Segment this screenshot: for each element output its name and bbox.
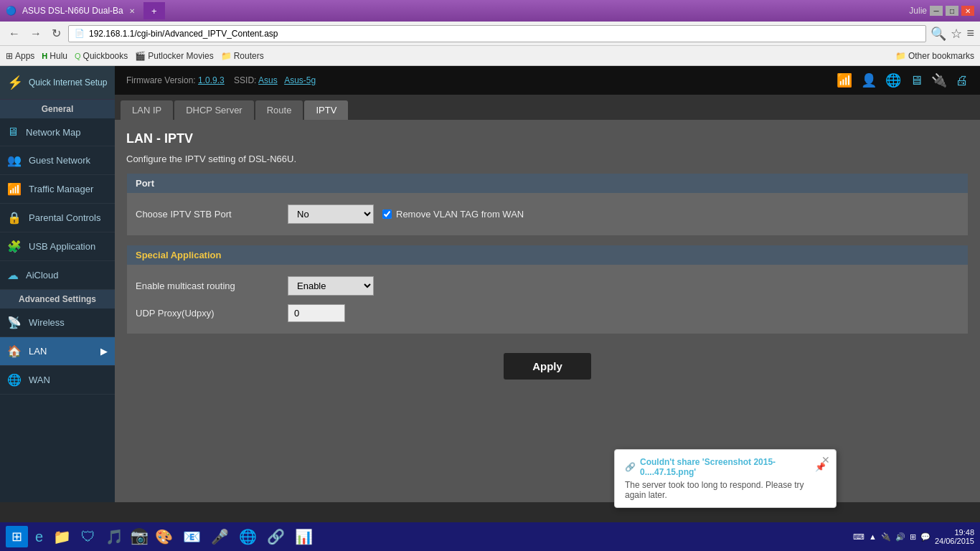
bookmark-star-icon[interactable]: ☆ <box>951 26 962 42</box>
ssid2-link[interactable]: Asus-5g <box>284 75 316 85</box>
apps-label: Apps <box>15 51 34 61</box>
sidebar-item-usb-application[interactable]: 🧩 USB Application <box>0 232 115 261</box>
taskbar-network-icon[interactable]: 🔗 <box>264 527 288 547</box>
address-lock-icon: 📄 <box>75 29 85 38</box>
maximize-btn[interactable]: □ <box>946 6 958 16</box>
window-title-suffix: ✕ <box>129 7 135 15</box>
sidebar-item-aicloud[interactable]: ☁ AiCloud <box>0 261 115 290</box>
search-icon[interactable]: 🔍 <box>930 26 946 42</box>
routers-label: Routers <box>234 51 264 61</box>
tab-iptv[interactable]: IPTV <box>304 100 348 120</box>
bookmark-putlocker[interactable]: 🎬 Putlocker Movies <box>135 51 213 61</box>
parental-controls-icon: 🔒 <box>7 211 22 225</box>
user-label: Julie <box>909 6 927 16</box>
taskbar-defender-icon[interactable]: 🛡 <box>78 527 98 547</box>
taskbar-camera-icon[interactable]: 📷 <box>131 528 148 545</box>
taskbar-left: ⊞ e 📁 🛡 🎵 📷 🎨 📧 🎤 🌐 🔗 📊 <box>6 526 316 547</box>
minimize-btn[interactable]: ─ <box>930 6 943 16</box>
special-section-header: Special Application <box>127 245 968 265</box>
multicast-select[interactable]: Enable Disable <box>288 276 374 296</box>
taskbar-volume-icon[interactable]: 🔊 <box>895 532 905 542</box>
routers-folder-icon: 📁 <box>221 51 232 61</box>
taskbar-mic-icon[interactable]: 🎤 <box>208 527 232 547</box>
lan-arrow-icon: ▶ <box>100 346 108 357</box>
hulu-icon: H <box>42 52 47 60</box>
taskbar-chrome-icon[interactable]: 🌐 <box>236 527 260 547</box>
taskbar-right: ⌨ ▲ 🔌 🔊 ⊞ 💬 19:48 24/06/2015 <box>853 528 974 545</box>
quick-setup-icon: ⚡ <box>7 75 23 90</box>
firmware-version-link[interactable]: 1.0.9.3 <box>198 75 225 85</box>
network-map-icon: 🖥 <box>7 126 19 138</box>
lan-icon: 🏠 <box>7 344 22 358</box>
quickbooks-icon: Q <box>75 52 81 60</box>
putlocker-icon: 🎬 <box>135 51 146 61</box>
vlan-checkbox-label[interactable]: Remove VLAN TAG from WAN <box>382 209 524 220</box>
tab-lan-ip[interactable]: LAN IP <box>121 100 173 120</box>
apply-button[interactable]: Apply <box>504 353 591 380</box>
sidebar-item-parental-controls[interactable]: 🔒 Parental Controls <box>0 204 115 232</box>
taskbar-outlook-icon[interactable]: 📧 <box>180 527 204 547</box>
quick-setup-item[interactable]: ⚡ Quick Internet Setup <box>0 66 115 100</box>
bookmark-quickbooks[interactable]: Q Quickbooks <box>75 51 128 61</box>
wan-icon: 🌐 <box>7 373 22 387</box>
vlan-label: Remove VLAN TAG from WAN <box>396 209 524 220</box>
network-map-label: Network Map <box>26 127 81 138</box>
taskbar-arrow-icon[interactable]: ▲ <box>869 532 877 541</box>
back-btn[interactable]: ← <box>6 26 23 42</box>
bookmark-other[interactable]: 📁 Other bookmarks <box>895 51 974 61</box>
address-text: 192.168.1.1/cgi-bin/Advanced_IPTV_Conten… <box>89 29 278 39</box>
top-header: Firmware Version: 1.0.9.3 SSID: Asus Asu… <box>115 66 980 95</box>
quickbooks-label: Quickbooks <box>83 51 128 61</box>
page-title: LAN - IPTV <box>126 131 969 146</box>
bookmarks-bar: ⊞ Apps H Hulu Q Quickbooks 🎬 Putlocker M… <box>0 46 980 66</box>
start-button[interactable]: ⊞ <box>6 526 28 547</box>
close-btn[interactable]: ✕ <box>961 6 974 16</box>
traffic-manager-icon: 📶 <box>7 182 22 196</box>
users-status-icon: 👤 <box>861 72 877 88</box>
forward-btn[interactable]: → <box>27 26 44 42</box>
toast-popup: ✕ 🔗 Couldn't share 'Screenshot 2015-0...… <box>614 449 837 508</box>
reload-btn[interactable]: ↻ <box>49 25 64 42</box>
iptv-stb-port-select[interactable]: No LAN1 LAN2 LAN3 LAN4 <box>288 204 374 224</box>
sidebar-item-lan[interactable]: 🏠 LAN ▶ <box>0 337 115 366</box>
internet-status-icon: 🌐 <box>885 72 901 88</box>
udp-label: UDP Proxy(Udpxy) <box>136 308 279 319</box>
toast-close-btn[interactable]: ✕ <box>821 454 830 466</box>
window-title: ASUS DSL-N66U Dual-Ba <box>22 6 123 16</box>
ssid1-link[interactable]: Asus <box>258 75 278 85</box>
sidebar-item-wireless[interactable]: 📡 Wireless <box>0 309 115 337</box>
page-description: Configure the IPTV setting of DSL-N66U. <box>126 154 969 164</box>
sidebar-item-wan[interactable]: 🌐 WAN <box>0 366 115 395</box>
sidebar-item-traffic-manager[interactable]: 📶 Traffic Manager <box>0 175 115 204</box>
taskbar-ie-icon[interactable]: e <box>32 527 46 547</box>
tab-route[interactable]: Route <box>255 100 303 120</box>
port-section-header: Port <box>127 174 968 193</box>
taskbar-extra-icon[interactable]: 📊 <box>292 527 316 547</box>
vlan-checkbox[interactable] <box>382 209 392 219</box>
address-bar[interactable]: 📄 192.168.1.1/cgi-bin/Advanced_IPTV_Cont… <box>68 25 926 42</box>
bookmark-apps[interactable]: ⊞ Apps <box>6 51 34 61</box>
content-area: Firmware Version: 1.0.9.3 SSID: Asus Asu… <box>115 66 980 502</box>
udp-input[interactable] <box>288 304 345 322</box>
advanced-section-label: Advanced Settings <box>0 290 115 309</box>
taskbar-date: 24/06/2015 <box>935 537 974 545</box>
printer-status-icon: 🖨 <box>956 73 969 88</box>
guest-network-icon: 👥 <box>7 154 22 167</box>
chrome-menu-icon[interactable]: ≡ <box>966 26 974 41</box>
special-section-body: Enable multicast routing Enable Disable … <box>127 265 968 334</box>
sidebar-item-guest-network[interactable]: 👥 Guest Network <box>0 146 115 175</box>
taskbar-explorer-icon[interactable]: 📁 <box>50 527 74 547</box>
general-section-label: General <box>0 100 115 118</box>
tab-dhcp-server[interactable]: DHCP Server <box>174 100 254 120</box>
putlocker-label: Putlocker Movies <box>148 51 213 61</box>
header-icons: 📶 👤 🌐 🖥 🔌 🖨 <box>837 72 969 88</box>
wireless-label: Wireless <box>29 317 65 328</box>
multicast-form-row: Enable multicast routing Enable Disable <box>136 272 959 300</box>
new-tab-btn[interactable]: + <box>143 2 165 19</box>
bookmark-hulu[interactable]: H Hulu <box>42 51 67 61</box>
bookmark-routers[interactable]: 📁 Routers <box>221 51 264 61</box>
taskbar-message-icon: 💬 <box>920 532 930 542</box>
taskbar-media-icon[interactable]: 🎵 <box>103 527 126 547</box>
taskbar-color-icon[interactable]: 🎨 <box>152 527 176 547</box>
sidebar-item-network-map[interactable]: 🖥 Network Map <box>0 118 115 146</box>
